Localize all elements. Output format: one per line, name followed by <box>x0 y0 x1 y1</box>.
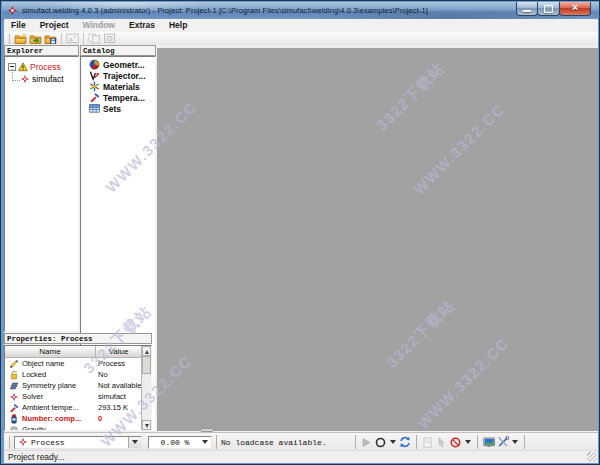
scroll-up-button[interactable] <box>142 346 151 356</box>
properties-panel-title: Properties: Process <box>4 333 152 344</box>
column-header-value[interactable]: Value <box>96 346 142 358</box>
stop-button[interactable] <box>449 435 463 449</box>
catalog-item-trajectories[interactable]: Trajector... <box>81 70 155 81</box>
explorer-panel-title: Explorer <box>4 45 79 56</box>
chevron-down-icon[interactable] <box>512 440 518 444</box>
record-button[interactable] <box>374 435 388 449</box>
copy-button[interactable] <box>87 32 102 45</box>
toolbar <box>4 32 598 46</box>
explorer-tree: Process simufact <box>4 56 79 332</box>
menu-extras[interactable]: Extras <box>122 19 162 32</box>
monitor-icon <box>483 437 495 448</box>
temperature-icon <box>9 403 19 413</box>
process-dropdown-button[interactable] <box>128 437 141 448</box>
property-row-ambient-temperature[interactable]: Ambient tempe... 293.15 K <box>5 402 142 413</box>
progress-selector[interactable]: 0.00 % <box>148 436 212 449</box>
new-project-button[interactable] <box>13 32 28 45</box>
chevron-down-icon <box>202 440 208 444</box>
screenshot-button[interactable] <box>65 32 80 45</box>
property-value: No <box>98 370 108 379</box>
progress-dropdown-button[interactable] <box>199 437 211 448</box>
save-project-folder-icon <box>44 33 57 45</box>
save-project-button[interactable] <box>43 32 58 45</box>
tree-node-process[interactable]: Process <box>8 61 61 72</box>
run-button[interactable] <box>360 435 374 449</box>
geometry-icon <box>89 59 100 70</box>
refresh-button[interactable] <box>398 435 412 449</box>
property-row-number-components[interactable]: Number: comp... 0 <box>5 413 142 424</box>
toolbar-separator <box>83 33 84 44</box>
pencil-icon <box>9 359 19 369</box>
copy-icon <box>88 33 101 44</box>
tree-node-simufact[interactable]: simufact <box>20 73 64 84</box>
fit-view-icon <box>103 33 116 44</box>
trajectory-icon <box>89 70 100 81</box>
process-icon <box>18 437 28 447</box>
monitor-button[interactable] <box>482 435 496 449</box>
maximize-button[interactable] <box>537 2 560 16</box>
catalog-item-sets[interactable]: Sets <box>81 103 155 114</box>
screenshot-icon <box>66 33 79 44</box>
property-row-solver[interactable]: Solver simufact <box>5 391 142 402</box>
fit-view-button[interactable] <box>102 32 117 45</box>
catalog-item-label: Geometr... <box>103 60 145 70</box>
column-header-name[interactable]: Name <box>5 346 96 358</box>
window-title: simufact.welding 4.0.3 (administrator) -… <box>22 6 428 15</box>
menu-window[interactable]: Window <box>75 19 122 32</box>
controlbar-grip[interactable] <box>6 436 10 449</box>
scroll-up-icon <box>145 350 149 354</box>
resize-grip-icon[interactable] <box>587 452 597 462</box>
tree-connector <box>12 80 20 82</box>
properties-scrollbar[interactable] <box>141 346 151 430</box>
sets-icon <box>89 103 100 114</box>
status-message: Project ready... <box>8 452 65 462</box>
close-button[interactable] <box>559 2 591 16</box>
toolbar-grip[interactable] <box>6 34 10 44</box>
toolbar-separator <box>61 33 62 44</box>
solver-icon <box>9 392 19 402</box>
scrollbar-thumb[interactable] <box>142 356 151 374</box>
property-value: Not available <box>98 381 141 390</box>
menu-help[interactable]: Help <box>162 19 194 32</box>
symmetry-plane-icon <box>9 381 19 391</box>
3d-viewport[interactable] <box>157 48 598 431</box>
pick-button[interactable] <box>435 435 449 449</box>
scroll-down-button[interactable] <box>142 420 151 430</box>
separator <box>477 435 478 449</box>
property-name: Symmetry plane <box>22 381 92 390</box>
menu-file[interactable]: File <box>4 19 33 32</box>
menu-project[interactable]: Project <box>33 19 76 32</box>
gravity-icon <box>9 425 19 432</box>
property-value: simufact <box>98 392 126 401</box>
catalog-item-materials[interactable]: Materials <box>81 81 155 92</box>
catalog-item-temperature[interactable]: Tempera... <box>81 92 155 103</box>
catalog-item-label: Sets <box>103 104 121 114</box>
control-bar: Process 0.00 % No loadcase available. <box>4 432 598 451</box>
titlebar[interactable]: simufact.welding 4.0.3 (administrator) -… <box>2 2 599 20</box>
separator <box>416 435 417 449</box>
export-results-button[interactable] <box>421 435 435 449</box>
chevron-down-icon[interactable] <box>465 440 471 444</box>
process-selector[interactable]: Process <box>14 436 142 449</box>
open-project-button[interactable] <box>28 32 43 45</box>
property-row-locked[interactable]: Locked No <box>5 369 142 380</box>
chevron-down-icon[interactable] <box>390 440 396 444</box>
property-row-symmetry-plane[interactable]: Symmetry plane Not available <box>5 380 142 391</box>
property-name: Object name <box>22 359 92 368</box>
property-name: Gravity <box>22 425 92 431</box>
catalog-panel-title: Catalog <box>80 45 156 56</box>
property-row-gravity[interactable]: Gravity <box>5 424 142 431</box>
status-bar: Project ready... <box>4 450 598 463</box>
settings-button[interactable] <box>496 435 510 449</box>
separator <box>216 435 217 449</box>
property-name: Solver <box>22 392 92 401</box>
minimize-button[interactable] <box>516 2 538 16</box>
property-row-object-name[interactable]: Object name Process <box>5 358 142 369</box>
catalog-item-geometries[interactable]: Geometr... <box>81 59 155 70</box>
components-icon <box>9 414 19 424</box>
property-value: 0 <box>98 414 102 423</box>
catalog-item-label: Materials <box>103 82 140 92</box>
tree-node-label: simufact <box>32 74 64 84</box>
separator <box>524 435 525 449</box>
materials-icon <box>89 81 100 92</box>
